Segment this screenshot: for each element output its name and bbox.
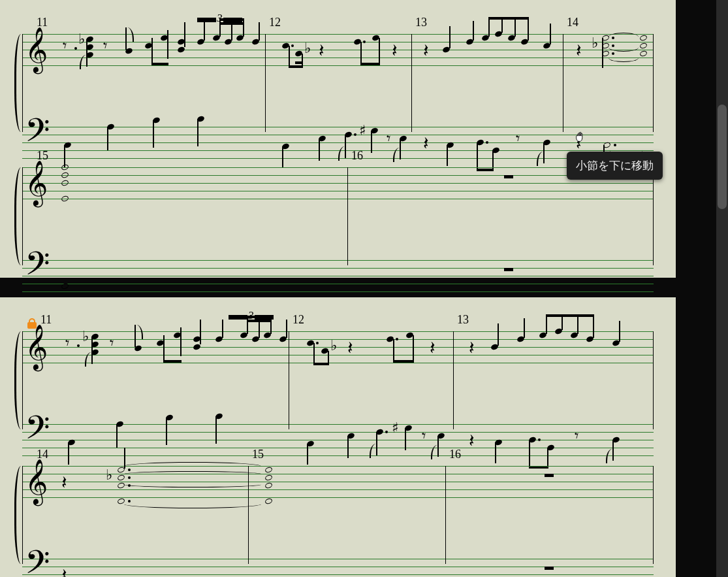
half-note-head <box>639 34 648 41</box>
beam <box>393 360 414 363</box>
note-stem <box>529 440 530 469</box>
bass-staff[interactable]: 𝄢 𝄽 <box>22 559 654 577</box>
note-stem <box>473 21 474 41</box>
note-stem <box>68 442 69 465</box>
dot <box>354 133 356 136</box>
grand-staff-system[interactable]: 𝄞 11 12 13 3 𝄾 ♭ 𝄾 <box>22 331 654 429</box>
measure-number: 16 <box>449 448 461 461</box>
note-stem <box>495 442 496 463</box>
tie <box>124 462 261 470</box>
beam <box>163 360 182 363</box>
bass-staff[interactable]: 𝄢 <box>22 260 654 291</box>
tooltip-text: 小節を下に移動 <box>576 159 654 172</box>
treble-staff[interactable]: 𝄞 11 12 13 3 𝄾 ♭ 𝄾 <box>22 331 654 363</box>
note-stem <box>514 17 516 37</box>
whole-note <box>61 179 69 186</box>
vertical-scrollbar[interactable] <box>716 0 728 577</box>
measure-number: 15 <box>37 149 48 163</box>
note-stem <box>550 24 551 44</box>
note-stem <box>413 335 414 363</box>
note-flag <box>126 27 134 42</box>
barline <box>453 331 454 429</box>
measure-number: 15 <box>252 448 264 461</box>
tie <box>609 33 639 41</box>
note-stem <box>319 139 320 161</box>
measure-number: 13 <box>457 313 469 327</box>
note-stem <box>163 335 165 363</box>
beam <box>151 63 168 65</box>
note-stem <box>153 120 154 148</box>
note-stem <box>180 327 182 356</box>
tie <box>609 43 639 52</box>
whole-note <box>61 195 69 202</box>
whole-rest <box>504 175 513 178</box>
note-stem <box>528 17 529 41</box>
barline <box>289 331 289 429</box>
barline <box>653 167 654 265</box>
note-stem <box>282 146 283 167</box>
quarter-rest: 𝄽 <box>347 348 353 365</box>
quarter-rest: 𝄽 <box>423 144 428 161</box>
whole-note <box>61 171 69 178</box>
note-stem <box>447 145 448 166</box>
half-note-head <box>639 50 648 57</box>
dot <box>77 344 80 347</box>
barline <box>411 34 412 132</box>
scrollbar-thumb[interactable] <box>718 105 727 209</box>
note-stem <box>393 339 394 363</box>
half-note-head <box>639 42 648 49</box>
barline <box>22 331 23 429</box>
treble-staff[interactable]: 𝄞 15 16 <box>22 167 654 199</box>
grand-staff-system[interactable]: 𝄞 11 12 13 14 3 𝄾 ♭ 𝄾 <box>22 34 654 132</box>
treble-staff[interactable]: 𝄞 14 15 16 𝄽 ♭ <box>22 466 654 497</box>
quarter-rest: 𝄽 <box>61 483 67 500</box>
whole-rest <box>545 567 554 570</box>
dot <box>396 338 398 340</box>
whole-note <box>61 163 69 171</box>
note-flag <box>606 449 614 463</box>
measure-number: 13 <box>415 16 427 29</box>
tie <box>609 54 639 62</box>
double-beam <box>247 316 272 322</box>
barline <box>653 466 654 564</box>
note-flag <box>370 444 377 458</box>
note-flag <box>537 152 545 166</box>
score-page-after[interactable]: 𝄞 11 12 13 3 𝄾 ♭ 𝄾 <box>0 297 676 577</box>
note-head <box>193 343 201 350</box>
note-stem <box>184 22 185 47</box>
barline <box>653 34 654 132</box>
score-page-before[interactable]: 𝄞 11 12 13 14 3 𝄾 ♭ 𝄾 <box>0 0 676 278</box>
note-stem <box>151 38 153 65</box>
quarter-rest: 𝄽 <box>319 51 324 68</box>
bass-staff[interactable]: 𝄢 ♯ <box>22 127 654 158</box>
grand-staff-system[interactable]: 𝄞 15 16 𝄢 <box>22 167 654 265</box>
tooltip: 小節を下に移動 <box>567 152 663 180</box>
note-stem <box>488 17 490 37</box>
note-stem <box>577 314 578 334</box>
barline <box>248 466 249 564</box>
barline <box>445 466 446 564</box>
barline <box>22 167 23 265</box>
measure-number: 12 <box>269 16 281 29</box>
barline <box>265 34 266 132</box>
beam <box>289 65 303 68</box>
bass-staff[interactable]: 𝄢 ♯ 𝄾 <box>22 424 654 455</box>
dot <box>74 47 77 50</box>
note-stem <box>259 22 260 41</box>
note-stem <box>593 314 594 338</box>
measure-number: 14 <box>567 16 578 29</box>
whole-note <box>264 497 273 504</box>
note-stem <box>116 424 118 448</box>
note-stem <box>200 320 201 344</box>
grand-staff-system[interactable]: 𝄞 14 15 16 𝄽 ♭ <box>22 466 654 564</box>
beam <box>488 17 529 20</box>
treble-staff[interactable]: 𝄞 11 12 13 14 3 𝄾 ♭ 𝄾 <box>22 34 654 65</box>
dot <box>538 438 541 441</box>
note-stem <box>166 418 167 445</box>
tie <box>124 482 261 487</box>
dot <box>486 141 488 144</box>
whole-note <box>264 474 273 481</box>
grab-handle-icon[interactable] <box>573 129 588 144</box>
dot <box>316 342 319 344</box>
quarter-rest: 𝄽 <box>430 348 435 365</box>
